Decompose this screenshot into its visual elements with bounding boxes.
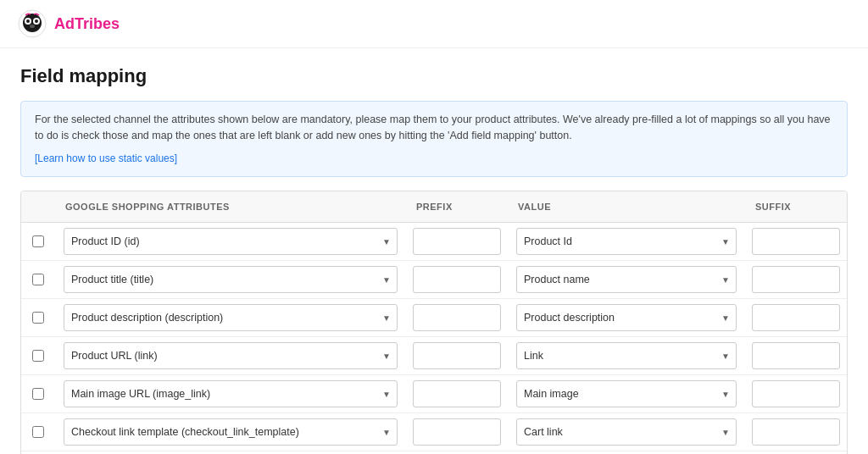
google-attr-cell: Stock status (availability) ▼ <box>55 451 406 455</box>
row-checkbox-cell <box>21 307 55 329</box>
suffix-input[interactable] <box>752 342 840 369</box>
row-checkbox-cell <box>21 230 55 252</box>
info-box: For the selected channel the attributes … <box>20 101 848 177</box>
prefix-cell <box>406 261 508 298</box>
col-header-value: VALUE <box>508 198 745 215</box>
row-checkbox-cell <box>21 345 55 367</box>
table-row: Product ID (id) ▼ Product Id ▼ <box>21 223 847 261</box>
google-attr-cell: Product title (title) ▼ <box>55 261 406 298</box>
suffix-input[interactable] <box>752 266 840 293</box>
google-attr-cell: Main image URL (image_link) ▼ <box>55 375 406 412</box>
info-text: For the selected channel the attributes … <box>35 114 831 141</box>
suffix-cell <box>745 223 847 260</box>
svg-point-5 <box>35 19 38 23</box>
col-header-google-attr: GOOGLE SHOPPING ATTRIBUTES <box>55 198 406 215</box>
prefix-input[interactable] <box>413 304 501 331</box>
suffix-input[interactable] <box>752 228 840 255</box>
row-checkbox[interactable] <box>32 426 44 438</box>
google-attr-select[interactable]: Product description (description) <box>64 304 398 331</box>
google-attr-select[interactable]: Product URL (link) <box>64 342 398 369</box>
google-attr-cell: Product URL (link) ▼ <box>55 337 406 374</box>
prefix-input[interactable] <box>413 266 501 293</box>
table-row: Checkout link template (checkout_link_te… <box>21 413 847 451</box>
value-select[interactable]: Link <box>516 342 737 369</box>
value-cell: Main image ▼ <box>508 375 745 412</box>
logo-area: AdTribes <box>17 8 120 39</box>
page-title: Field mapping <box>20 65 848 87</box>
prefix-cell <box>406 299 508 336</box>
value-select-wrapper: Cart link ▼ <box>516 418 737 446</box>
google-attr-cell: Checkout link template (checkout_link_te… <box>55 413 406 451</box>
row-checkbox[interactable] <box>32 388 44 400</box>
table-row: Main image URL (image_link) ▼ Main image… <box>21 375 847 413</box>
value-cell: Product Id ▼ <box>508 223 745 260</box>
table-row: Stock status (availability) ▼ Availabili… <box>21 451 847 455</box>
google-attr-select-wrapper: Product URL (link) ▼ <box>64 342 398 369</box>
table-row: Product URL (link) ▼ Link ▼ <box>21 337 847 375</box>
suffix-cell <box>745 375 847 412</box>
value-select[interactable]: Cart link <box>516 418 737 446</box>
value-select[interactable]: Product description <box>516 304 737 331</box>
table-row: Product title (title) ▼ Product name ▼ <box>21 261 847 299</box>
svg-point-4 <box>26 19 30 23</box>
logo-icon <box>17 8 47 39</box>
row-checkbox-cell <box>21 269 55 291</box>
value-cell: Availability ▼ <box>508 451 745 455</box>
table-body: Product ID (id) ▼ Product Id ▼ <box>21 223 847 455</box>
table-header: GOOGLE SHOPPING ATTRIBUTES PREFIX VALUE … <box>21 191 847 223</box>
value-select-wrapper: Product Id ▼ <box>516 228 737 255</box>
prefix-cell <box>406 413 508 451</box>
prefix-input[interactable] <box>413 418 501 446</box>
row-checkbox-cell <box>21 421 55 443</box>
row-checkbox[interactable] <box>32 312 44 324</box>
value-select-wrapper: Product description ▼ <box>516 304 737 331</box>
value-cell: Cart link ▼ <box>508 413 745 451</box>
row-checkbox[interactable] <box>32 235 44 247</box>
logo-text: AdTribes <box>54 15 120 33</box>
suffix-cell <box>745 337 847 374</box>
value-cell: Product description ▼ <box>508 299 745 336</box>
google-attr-select[interactable]: Checkout link template (checkout_link_te… <box>64 418 398 446</box>
prefix-cell <box>406 337 508 374</box>
prefix-cell <box>406 451 508 455</box>
suffix-cell <box>745 299 847 336</box>
google-attr-select[interactable]: Main image URL (image_link) <box>64 380 398 407</box>
row-checkbox[interactable] <box>32 274 44 285</box>
google-attr-select-wrapper: Main image URL (image_link) ▼ <box>64 380 398 407</box>
prefix-cell <box>406 223 508 260</box>
table-row: Product description (description) ▼ Prod… <box>21 299 847 337</box>
value-select-wrapper: Main image ▼ <box>516 380 737 407</box>
col-header-prefix: PREFIX <box>406 198 508 215</box>
suffix-cell <box>745 413 847 451</box>
col-header-suffix: SUFFIX <box>745 198 847 215</box>
suffix-cell <box>745 261 847 298</box>
row-checkbox-cell <box>21 383 55 405</box>
svg-point-6 <box>30 25 35 28</box>
value-select[interactable]: Main image <box>516 380 737 407</box>
google-attr-select[interactable]: Product ID (id) <box>64 228 398 255</box>
prefix-input[interactable] <box>413 380 501 407</box>
value-cell: Link ▼ <box>508 337 745 374</box>
header: AdTribes <box>0 0 868 48</box>
google-attr-select-wrapper: Product ID (id) ▼ <box>64 228 398 255</box>
suffix-input[interactable] <box>752 418 840 446</box>
value-select-wrapper: Product name ▼ <box>516 266 737 293</box>
value-select[interactable]: Product Id <box>516 228 737 255</box>
value-cell: Product name ▼ <box>508 261 745 298</box>
col-header-check <box>21 198 55 215</box>
field-mapping-table: GOOGLE SHOPPING ATTRIBUTES PREFIX VALUE … <box>20 191 848 455</box>
google-attr-select-wrapper: Product description (description) ▼ <box>64 304 398 331</box>
suffix-input[interactable] <box>752 304 840 331</box>
suffix-cell <box>745 451 847 455</box>
row-checkbox[interactable] <box>32 350 44 362</box>
main-content: Field mapping For the selected channel t… <box>0 48 868 454</box>
google-attr-cell: Product description (description) ▼ <box>55 299 406 336</box>
google-attr-select[interactable]: Product title (title) <box>64 266 398 293</box>
learn-static-values-link[interactable]: [Learn how to use static values] <box>35 151 833 166</box>
prefix-cell <box>406 375 508 412</box>
suffix-input[interactable] <box>752 380 840 407</box>
value-select[interactable]: Product name <box>516 266 737 293</box>
prefix-input[interactable] <box>413 228 501 255</box>
value-select-wrapper: Link ▼ <box>516 342 737 369</box>
prefix-input[interactable] <box>413 342 501 369</box>
